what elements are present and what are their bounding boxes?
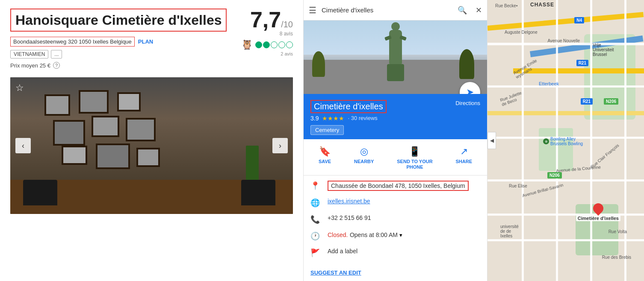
photo-interior xyxy=(10,77,293,214)
price-help-icon[interactable]: ? xyxy=(53,62,60,69)
tag-more[interactable]: ... xyxy=(51,50,62,59)
photo-next-button[interactable]: › xyxy=(272,138,288,153)
ta-rating-circles xyxy=(255,41,293,48)
nearby-icon: ◎ xyxy=(360,146,368,157)
gm-hours-chevron[interactable]: ▾ xyxy=(399,232,402,238)
gm-directions-label: Directions xyxy=(455,100,480,106)
map-label-vrije: Vrije Universiteit Brussel xyxy=(593,43,640,57)
phone-icon: 📞 xyxy=(310,215,321,224)
gm-actions-bar: 🔖 SAVE ◎ NEARBY 📱 SEND TO YOUR PHONE ↗ S… xyxy=(304,139,487,176)
map-label-universite: université de de Ixelles xyxy=(500,224,519,238)
map-label-elise: Rue Elise xyxy=(509,184,527,188)
send-to-phone-icon: 📱 xyxy=(409,146,420,157)
gm-nearby-action[interactable]: ◎ NEARBY xyxy=(354,146,374,170)
photo-prev-button[interactable]: ‹ xyxy=(15,138,31,153)
share-icon: ↗ xyxy=(460,146,468,157)
gm-label-row: 🚩 Add a label xyxy=(310,248,480,258)
gm-website-link[interactable]: ixelles.irisnet.be xyxy=(328,198,370,205)
address-row: Boondaalsesteenweg 320 1050 Ixelles Belg… xyxy=(10,37,233,47)
hotel-title: Hanoisquare Cimetière d'Ixelles xyxy=(10,9,227,32)
score-display: 7,7/10 xyxy=(241,9,293,31)
ta-circle-4 xyxy=(278,41,285,48)
map-collapse-button[interactable]: ◀ xyxy=(487,132,496,149)
map-marker-n206: N206 xyxy=(604,98,618,105)
gm-place-photo: ➤ xyxy=(304,20,487,94)
plan-link[interactable]: PLAN xyxy=(138,38,153,45)
street-v-1 xyxy=(522,0,524,281)
score-section: 7,7/10 8 avis 🦉 2 avis xyxy=(241,9,293,56)
ta-circle-2 xyxy=(263,41,270,48)
ta-reviews-count: 2 avis xyxy=(241,51,293,56)
score-suffix: /10 xyxy=(281,20,293,29)
map-label-bowling: ⊕ Bowling AlleyBrussels Bowling xyxy=(543,137,583,146)
gm-website-row: 🌐 ixelles.irisnet.be xyxy=(310,198,480,208)
map-marker-r21-1: R21 xyxy=(576,60,588,66)
gm-header: ☰ 🔍 ✕ xyxy=(304,0,487,20)
address-text: Boondaalsesteenweg 320 1050 Ixelles Belg… xyxy=(10,37,135,47)
gm-category-button[interactable]: Cemetery xyxy=(310,125,344,135)
gm-details-section: 📍 Chaussée de Boondael 478, 1050 Ixelles… xyxy=(304,176,487,269)
clock-icon: 🕐 xyxy=(310,231,321,241)
map-panel: Rue Becke• CHASSE Etterbeek Vrije Univer… xyxy=(487,0,644,281)
gm-info-panel: Cimetière d'ixelles 3.9 ★★★★ · 30 review… xyxy=(304,94,487,139)
left-panel: Hanoisquare Cimetière d'Ixelles Boondaal… xyxy=(0,0,304,281)
gm-send-to-phone-action[interactable]: 📱 SEND TO YOUR PHONE xyxy=(397,146,432,170)
map-label-avenue-nouvelle: Avenue Nouvelle xyxy=(548,38,580,43)
tripadvisor-logo: 🦉 xyxy=(241,39,253,50)
send-to-phone-label: SEND TO YOUR PHONE xyxy=(397,159,432,170)
save-label: SAVE xyxy=(319,159,331,164)
gm-rating-number: 3.9 xyxy=(310,115,319,122)
bowling-icon: ⊕ xyxy=(543,138,549,144)
ta-circle-1 xyxy=(255,41,262,48)
map-marker-n206-2: N206 xyxy=(547,172,562,179)
gm-share-action[interactable]: ↗ SHARE xyxy=(456,146,473,170)
map-marker-n4: N4 xyxy=(574,17,584,23)
map-label-volta: Rue Volta xyxy=(609,229,627,234)
main-photo: ☆ ‹ › xyxy=(10,77,293,214)
gm-save-action[interactable]: 🔖 SAVE xyxy=(319,146,331,170)
map-label-brebis: Rue des Brebis xyxy=(602,255,631,260)
street-h-5 xyxy=(487,214,644,216)
gm-label-text: Add a label xyxy=(328,248,357,255)
gm-search-input[interactable] xyxy=(322,6,452,14)
street-h-4 xyxy=(487,179,644,181)
map-label-etterbeek: Etterbeek xyxy=(539,81,559,86)
gm-place-name: Cimetière d'ixelles xyxy=(310,100,387,113)
gm-rating-row: 3.9 ★★★★ · 30 reviews xyxy=(310,115,387,122)
gm-address-text: Chaussée de Boondael 478, 1050 Ixelles, … xyxy=(328,181,469,191)
street-h-2 xyxy=(487,85,644,88)
tripadvisor-row: 🦉 xyxy=(241,39,293,50)
ta-circle-3 xyxy=(271,41,278,48)
gm-phone-text: +32 2 515 66 91 xyxy=(328,214,371,221)
gm-stars: ★★★★ xyxy=(322,115,344,122)
price-label: Prix moyen 25 € xyxy=(10,62,50,69)
gm-search-icon[interactable]: 🔍 xyxy=(458,6,467,15)
score-value: 7,7 xyxy=(250,7,281,32)
hotel-info: Hanoisquare Cimetière d'Ixelles Boondaal… xyxy=(10,9,233,69)
map-label-chasse: CHASSE xyxy=(530,2,554,8)
street-v-3 xyxy=(590,0,592,281)
map-label-auguste: Auguste Delgone xyxy=(505,30,538,35)
map-marker-r21-2: R21 xyxy=(581,98,593,105)
tags-row: VIETNAMIEN ... xyxy=(10,50,233,59)
gm-close-icon[interactable]: ✕ xyxy=(476,6,482,15)
save-icon: 🔖 xyxy=(319,146,331,157)
photo-section: ☆ ‹ › xyxy=(10,77,293,214)
gm-suggest-edit-link[interactable]: SUGGEST AN EDIT xyxy=(304,269,487,281)
street-v-4 xyxy=(624,0,626,281)
street-h-6 xyxy=(487,239,644,241)
favorite-button[interactable]: ☆ xyxy=(15,82,24,94)
tag-vietnamien[interactable]: VIETNAMIEN xyxy=(10,50,48,59)
gm-phone-row: 📞 +32 2 515 66 91 xyxy=(310,214,480,224)
price-row: Prix moyen 25 € ? xyxy=(10,62,233,69)
location-pin-icon: 📍 xyxy=(310,181,321,190)
map-pin[interactable]: Cimetière d'ixelles xyxy=(576,203,620,221)
hamburger-menu-icon[interactable]: ☰ xyxy=(309,5,316,15)
google-maps-panel: ☰ 🔍 ✕ ➤ Cimetière d'ixelles xyxy=(304,0,487,281)
left-top-section: Hanoisquare Cimetière d'Ixelles Boondaal… xyxy=(10,9,293,69)
gm-address-row: 📍 Chaussée de Boondael 478, 1050 Ixelles… xyxy=(310,181,480,191)
directions-arrow-icon: ➤ xyxy=(466,87,474,94)
map-label-rue-becke: Rue Becke• xyxy=(495,3,517,8)
map-background: Rue Becke• CHASSE Etterbeek Vrije Univer… xyxy=(487,0,644,281)
flag-icon: 🚩 xyxy=(310,248,321,258)
